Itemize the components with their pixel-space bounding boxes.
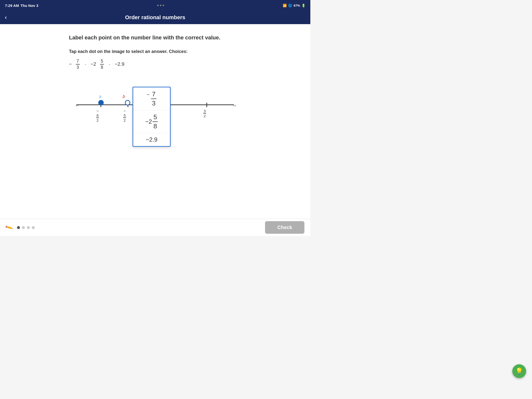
bottom-bar: ✏️ Check (0, 219, 310, 236)
tick-label-right: 3 2 (203, 109, 206, 118)
point-b-label: b (123, 94, 125, 99)
pencil-icon[interactable]: ✏️ (5, 223, 14, 232)
arrow-right-icon: → (232, 103, 237, 108)
tick-frac-left-num: 6 (96, 113, 99, 118)
progress-dots (17, 226, 35, 229)
answer-dropdown[interactable]: − 7 3 −2 5 8 −2.9 (133, 87, 171, 147)
time: 7:29 AM (5, 3, 19, 8)
status-left: 7:29 AM Thu Nov 3 (5, 3, 38, 8)
choice-frac-den-2: 8 (100, 65, 104, 70)
tick-frac-mid-num: 5 (123, 113, 126, 118)
choice-frac-num-1: 7 (76, 59, 80, 65)
dropdown-neg-1: − (147, 92, 150, 97)
dropdown-decimal: −2.9 (146, 136, 157, 143)
number-line-area: a b ← → − 6 2 − 5 2 3 (69, 77, 241, 181)
tick-frac-mid-den: 2 (123, 118, 126, 122)
wifi-icon: 🌐 (288, 4, 292, 7)
tick-frac-left-den: 2 (96, 118, 99, 122)
dot3 (163, 5, 164, 6)
dropdown-item-decimal[interactable]: −2.9 (133, 133, 170, 146)
choice-separator-1: · (85, 61, 86, 67)
choice-neg-sign-1: − (69, 61, 72, 67)
tick-frac-right: 3 2 (203, 109, 206, 118)
dropdown-frac-2-den: 8 (152, 122, 158, 130)
dropdown-frac-1-den: 3 (151, 99, 156, 107)
dropdown-item-mixed[interactable]: −2 5 8 (133, 110, 170, 133)
dropdown-frac-2: 5 8 (152, 113, 158, 130)
date: Thu Nov 3 (20, 3, 38, 8)
bottom-left: ✏️ (6, 224, 35, 231)
choice-neg-sign-2: −2 (90, 61, 96, 67)
dropdown-frac-1: 7 3 (151, 90, 156, 107)
progress-dot-2 (22, 226, 25, 229)
signal-icon: 📶 (283, 4, 287, 7)
choice-separator-2: · (109, 61, 110, 67)
dot2 (160, 5, 161, 6)
tick-label-middle: − 5 2 (123, 109, 126, 122)
three-dots (157, 5, 164, 6)
back-button[interactable]: ‹ (5, 14, 7, 21)
choice-fraction-1: 7 3 (76, 59, 80, 70)
sub-instruction: Tap each dot on the image to select an a… (69, 49, 241, 54)
arrow-left-icon: ← (75, 103, 80, 108)
tick-frac-right-num: 3 (203, 109, 206, 114)
check-button[interactable]: Check (265, 221, 304, 234)
main-content: Label each point on the number line with… (0, 24, 310, 219)
dot-a[interactable] (98, 100, 104, 105)
dropdown-mixed-neg: −2 (145, 118, 152, 125)
choice-frac-num-2: 5 (100, 59, 104, 65)
point-a-label: a (99, 94, 101, 99)
tick-frac-mid: 5 2 (123, 113, 126, 122)
dropdown-frac-2-num: 5 (152, 113, 158, 122)
dropdown-item-fraction[interactable]: − 7 3 (133, 87, 170, 110)
progress-dot-1 (17, 226, 20, 229)
status-right: 📶 🌐 67% 🔋 (283, 4, 305, 7)
tick-frac-left: 6 2 (96, 113, 99, 122)
tick-frac-right-den: 2 (203, 114, 206, 118)
header: ‹ Order rational numbers (0, 11, 310, 24)
battery: 67% (294, 4, 300, 7)
choice-frac-den-1: 3 (76, 65, 80, 70)
tick-right (206, 103, 207, 107)
main-instruction: Label each point on the number line with… (69, 34, 241, 42)
choice-fraction-2: 5 8 (100, 59, 104, 70)
battery-icon: 🔋 (301, 4, 305, 7)
tick-label-left: − 6 2 (96, 109, 99, 122)
page-title: Order rational numbers (125, 14, 185, 21)
status-bar: 7:29 AM Thu Nov 3 📶 🌐 67% 🔋 (0, 0, 310, 11)
dropdown-mixed-2: −2 5 8 (145, 113, 158, 130)
progress-dot-4 (32, 226, 35, 229)
progress-dot-3 (27, 226, 30, 229)
choices-row: − 7 3 · −2 5 8 · −2.9 (69, 59, 241, 70)
dropdown-frac-1-num: 7 (151, 90, 156, 99)
dot-b[interactable] (125, 100, 130, 105)
choice-decimal: −2.9 (115, 61, 124, 67)
dot1 (157, 5, 159, 6)
